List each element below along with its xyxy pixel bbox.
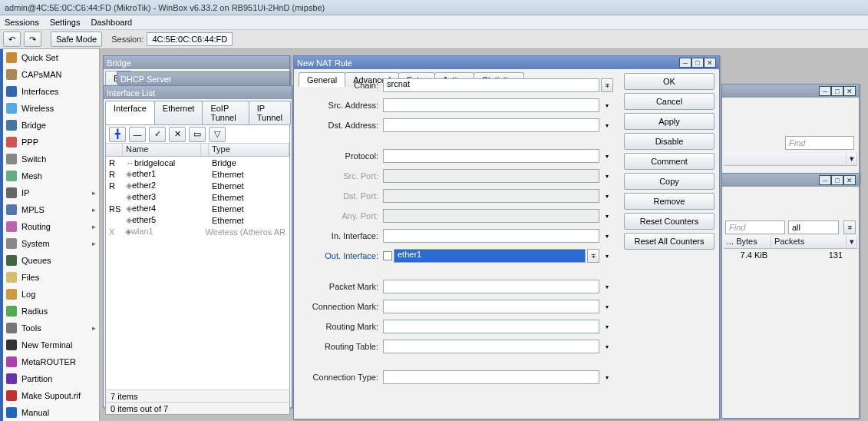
sidebar-item-log[interactable]: Log (3, 286, 99, 303)
filter-button[interactable]: ▽ (209, 127, 226, 142)
close-icon[interactable]: ✕ (843, 86, 856, 96)
tab-ethernet[interactable]: Ethernet (154, 101, 203, 124)
tab-interface[interactable]: Interface (105, 101, 155, 124)
invert-checkbox[interactable] (383, 251, 392, 260)
redo-button[interactable]: ↷ (24, 31, 41, 47)
undo-button[interactable]: ↶ (3, 31, 21, 47)
sidebar-item-quick-set[interactable]: Quick Set (3, 49, 99, 66)
menu-sessions[interactable]: Sessions (5, 18, 39, 27)
close-icon[interactable]: ✕ (704, 58, 716, 68)
sidebar-item-routing[interactable]: Routing▸ (3, 218, 99, 235)
field-input[interactable] (383, 209, 599, 223)
field-input[interactable]: srcnat (383, 78, 599, 92)
comment-button[interactable]: Comment (624, 153, 715, 170)
sidebar-item-radius[interactable]: Radius (3, 303, 99, 320)
expand-toggle[interactable]: ▾ (601, 189, 613, 203)
sidebar-item-ppp[interactable]: PPP (3, 134, 99, 151)
expand-toggle[interactable]: ▾ (601, 209, 613, 223)
field-input[interactable] (383, 229, 599, 243)
expand-toggle[interactable]: ▾ (601, 320, 613, 333)
dropdown-toggle[interactable]: ∓ (843, 220, 856, 234)
menu-dashboard[interactable]: Dashboard (91, 18, 132, 27)
table-row[interactable]: R◈ether2Ethernet (106, 180, 289, 191)
expand-toggle[interactable]: ▾ (601, 98, 613, 112)
interface-grid-body[interactable]: R↔bridgelocalBridgeR◈ether1EthernetR◈eth… (106, 157, 289, 387)
sidebar-item-queues[interactable]: Queues (3, 252, 99, 269)
field-input[interactable] (383, 149, 599, 163)
sidebar-item-new-terminal[interactable]: New Terminal (3, 336, 99, 353)
all-dropdown[interactable]: all (788, 220, 839, 234)
cancel-button[interactable]: Cancel (624, 93, 715, 110)
sidebar-item-make-supout-rif[interactable]: Make Supout.rif (3, 387, 99, 404)
sidebar-item-ip[interactable]: IP▸ (3, 184, 99, 201)
sidebar-item-capsman[interactable]: CAPsMAN (3, 66, 99, 83)
expand-toggle[interactable]: ▾ (601, 169, 613, 183)
disable-button[interactable]: ✕ (169, 127, 186, 142)
tab-ip-tunnel[interactable]: IP Tunnel (249, 101, 291, 124)
field-input[interactable] (383, 189, 599, 203)
find-input[interactable]: Find (785, 136, 854, 150)
reset-counters-button[interactable]: Reset Counters (624, 213, 715, 230)
expand-toggle[interactable]: ▾ (601, 300, 613, 313)
disable-button[interactable]: Disable (624, 133, 715, 150)
minimize-icon[interactable]: ─ (819, 175, 831, 185)
table-row[interactable]: RS◈ether4Ethernet (106, 203, 289, 214)
field-input[interactable] (383, 280, 599, 293)
comment-button[interactable]: ▭ (189, 127, 206, 142)
menu-settings[interactable]: Settings (50, 18, 81, 27)
nat-rule-window[interactable]: New NAT Rule ─□✕ GeneralAdvancedExtraAct… (293, 55, 720, 419)
enable-button[interactable]: ✓ (149, 127, 166, 142)
field-input[interactable] (383, 300, 599, 313)
maximize-icon[interactable]: □ (831, 86, 843, 96)
expand-toggle[interactable]: ▾ (601, 340, 613, 353)
field-input[interactable] (383, 370, 599, 384)
minimize-icon[interactable]: ─ (679, 58, 691, 68)
table-row[interactable]: R↔bridgelocalBridge (106, 157, 289, 168)
col-bytes[interactable]: ... Bytes (724, 236, 771, 248)
field-input[interactable] (383, 98, 599, 112)
expand-toggle[interactable]: ▾ (601, 229, 613, 243)
bg-window-2[interactable]: ─□✕ Find all ∓ ... Bytes Packets ▾ 7.4 K… (721, 173, 860, 419)
add-button[interactable]: ╋ (109, 127, 126, 142)
field-input[interactable] (383, 169, 599, 183)
reset-all-counters-button[interactable]: Reset All Counters (624, 233, 715, 250)
field-input[interactable] (383, 320, 599, 333)
nat-title[interactable]: New NAT Rule ─□✕ (294, 56, 719, 69)
sidebar-item-interfaces[interactable]: Interfaces (3, 83, 99, 100)
table-row[interactable]: ◈ether3Ethernet (106, 191, 289, 203)
remove-button[interactable]: — (129, 127, 146, 142)
expand-toggle[interactable]: ▾ (601, 149, 613, 163)
sidebar-item-wireless[interactable]: Wireless (3, 100, 99, 117)
expand-toggle[interactable]: ▾ (601, 118, 613, 132)
table-row[interactable]: R◈ether1Ethernet (106, 168, 289, 180)
maximize-icon[interactable]: □ (831, 175, 843, 185)
sidebar-item-tools[interactable]: Tools▸ (3, 320, 99, 336)
dropdown-toggle[interactable]: ∓ (587, 249, 599, 263)
sidebar-item-manual[interactable]: Manual (3, 404, 99, 421)
tab-general[interactable]: General (299, 72, 345, 87)
table-row[interactable]: X◈wlan1Wireless (Atheros AR (106, 226, 289, 237)
interface-list-window[interactable]: Interface List InterfaceEthernetEoIP Tun… (103, 85, 292, 408)
copy-button[interactable]: Copy (624, 173, 715, 190)
remove-button[interactable]: Remove (624, 193, 715, 210)
apply-button[interactable]: Apply (624, 113, 715, 130)
sidebar-item-metarouter[interactable]: MetaROUTER (3, 353, 99, 370)
safe-mode-button[interactable]: Safe Mode (51, 31, 102, 47)
field-input[interactable] (383, 340, 599, 353)
sidebar-item-mpls[interactable]: MPLS▸ (3, 201, 99, 218)
maximize-icon[interactable]: □ (691, 58, 704, 68)
table-row[interactable]: ◈ether5Ethernet (106, 214, 289, 226)
expand-toggle[interactable]: ▾ (601, 249, 613, 263)
bg-window-1[interactable]: ─□✕ Find ▾ (721, 84, 860, 184)
sidebar-item-files[interactable]: Files (3, 269, 99, 286)
expand-toggle[interactable]: ▾ (601, 370, 613, 384)
find-input[interactable]: Find (725, 220, 785, 234)
ok-button[interactable]: OK (624, 73, 715, 90)
sidebar-item-partition[interactable]: Partition (3, 370, 99, 387)
col-packets[interactable]: Packets (771, 236, 847, 248)
sidebar-item-mesh[interactable]: Mesh (3, 167, 99, 184)
expand-toggle[interactable]: ▾ (601, 280, 613, 293)
sidebar-item-system[interactable]: System▸ (3, 235, 99, 252)
field-input[interactable]: ether1 (394, 249, 586, 263)
field-input[interactable] (383, 118, 599, 132)
